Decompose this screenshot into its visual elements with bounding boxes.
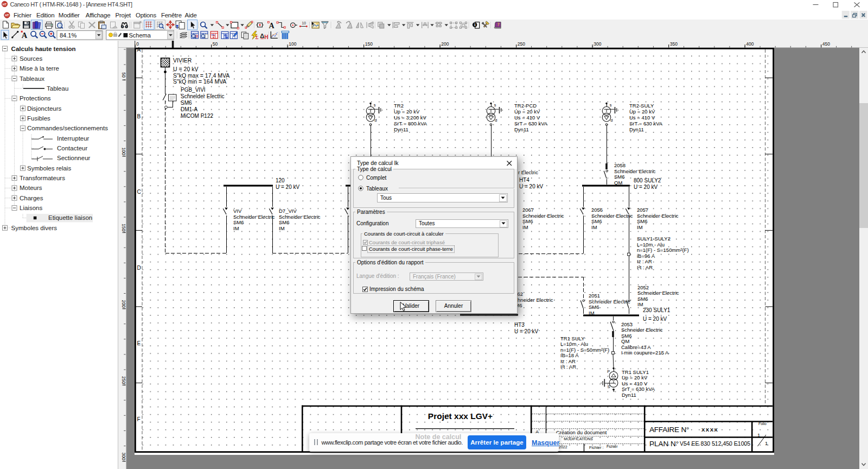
svg-text:TR2-PCD: TR2-PCD bbox=[514, 103, 537, 109]
svg-text:IM: IM bbox=[233, 225, 239, 231]
svg-text:TR1 SULY: TR1 SULY bbox=[560, 335, 585, 341]
svg-text:200: 200 bbox=[121, 300, 126, 308]
svg-text:SM6: SM6 bbox=[591, 218, 602, 224]
svg-text:L=10m - Alu: L=10m - Alu bbox=[560, 341, 588, 347]
svg-text:2056: 2056 bbox=[591, 207, 603, 213]
svg-text:TR1 SULY1: TR1 SULY1 bbox=[622, 369, 649, 375]
svg-text:150: 150 bbox=[121, 224, 126, 231]
svg-text:HT3: HT3 bbox=[514, 322, 525, 328]
svg-text:SM6: SM6 bbox=[614, 174, 625, 180]
svg-text:n=1(F) - S=50mm²(F): n=1(F) - S=50mm²(F) bbox=[560, 347, 609, 353]
svg-text:Schneider Electric: Schneider Electric bbox=[589, 299, 630, 305]
svg-text:VIV: VIV bbox=[233, 208, 242, 214]
svg-text:VIVIER: VIVIER bbox=[173, 57, 192, 64]
svg-text:PGB_VIVI: PGB_VIVI bbox=[181, 87, 206, 93]
svg-text:SULY1-SULY2: SULY1-SULY2 bbox=[637, 236, 671, 242]
svg-text:2052: 2052 bbox=[637, 284, 649, 290]
svg-text:230 SULY1: 230 SULY1 bbox=[643, 307, 671, 313]
svg-text:2051: 2051 bbox=[589, 293, 600, 299]
svg-text:SrT = 630 kVA: SrT = 630 kVA bbox=[629, 121, 663, 126]
svg-text:A: A bbox=[137, 47, 141, 53]
svg-text:r Electric: r Electric bbox=[518, 169, 538, 175]
svg-text:Schneider Electric: Schneider Electric bbox=[181, 93, 225, 99]
svg-text:Fichier :: Fichier : bbox=[589, 445, 604, 450]
svg-text:Us = 3,200 kV: Us = 3,200 kV bbox=[394, 115, 427, 121]
svg-text:AFFAIRE N°: AFFAIRE N° bbox=[649, 426, 689, 434]
svg-text:Fichier: Fichier bbox=[607, 445, 618, 448]
svg-text:Schneider Electric: Schneider Electric bbox=[591, 213, 633, 219]
svg-text:DM1-A: DM1-A bbox=[181, 106, 197, 112]
svg-text:U = 20 kV: U = 20 kV bbox=[634, 184, 658, 190]
svg-text:n=1(F) - S=150mm²(F): n=1(F) - S=150mm²(F) bbox=[637, 247, 689, 253]
svg-text:Us = 410 V: Us = 410 V bbox=[629, 115, 655, 121]
svg-text:250: 250 bbox=[121, 376, 126, 384]
svg-text:d: d bbox=[495, 118, 497, 123]
svg-text:Création du document: Création du document bbox=[556, 429, 607, 435]
svg-text:TR2-SULY: TR2-SULY bbox=[629, 103, 654, 109]
svg-text:E: E bbox=[137, 340, 141, 346]
svg-text:450: 450 bbox=[822, 41, 830, 47]
svg-text:300: 300 bbox=[121, 453, 126, 460]
svg-text:D7_VIV: D7_VIV bbox=[279, 208, 297, 214]
svg-text:Schneider Electric: Schneider Electric bbox=[233, 214, 275, 220]
svg-text:Dyn11: Dyn11 bbox=[394, 126, 409, 132]
svg-text:Dyn11: Dyn11 bbox=[622, 392, 636, 398]
svg-text:d: d bbox=[374, 118, 376, 123]
svg-text:800 SULY2: 800 SULY2 bbox=[634, 178, 661, 183]
svg-text:SM6: SM6 bbox=[621, 333, 632, 339]
svg-text:SM6: SM6 bbox=[181, 100, 192, 106]
svg-text:Projet xxx LGV+: Projet xxx LGV+ bbox=[428, 411, 493, 421]
svg-text:2022: 2022 bbox=[559, 445, 567, 449]
svg-text:250: 250 bbox=[518, 41, 525, 47]
svg-text:IB=18 A: IB=18 A bbox=[560, 352, 579, 358]
svg-text:SM6: SM6 bbox=[589, 304, 599, 310]
svg-text:SM6: SM6 bbox=[233, 219, 244, 225]
svg-text:IM: IM bbox=[591, 224, 597, 230]
svg-text:iB=96 A: iB=96 A bbox=[637, 253, 655, 259]
svg-text:2058: 2058 bbox=[614, 162, 626, 168]
svg-text:U = 20 kV: U = 20 kV bbox=[643, 316, 667, 322]
svg-text:s: s bbox=[494, 103, 496, 107]
svg-text:50: 50 bbox=[121, 72, 126, 78]
svg-text:Up = 20 kV: Up = 20 kV bbox=[514, 109, 540, 115]
svg-text:0: 0 bbox=[136, 41, 139, 47]
svg-text:Iz : AR: Iz : AR bbox=[637, 258, 652, 264]
svg-text:I²t : AR: I²t : AR bbox=[560, 364, 576, 370]
svg-text:Schneider Electric: Schneider Electric bbox=[614, 168, 656, 174]
svg-text:Schneider Electric: Schneider Electric bbox=[512, 297, 553, 303]
svg-text:Us = 410 V: Us = 410 V bbox=[514, 115, 540, 121]
svg-text:U = 20 kV: U = 20 kV bbox=[276, 184, 300, 190]
svg-text:50: 50 bbox=[213, 41, 218, 47]
svg-text:U = 20 kV: U = 20 kV bbox=[514, 328, 539, 334]
svg-text:SM6: SM6 bbox=[637, 218, 648, 224]
svg-text:s: s bbox=[374, 103, 376, 107]
svg-text:Schneider Electric: Schneider Electric bbox=[637, 290, 679, 296]
svg-text:V54 EE 830 512,450 E1005: V54 EE 830 512,450 E1005 bbox=[680, 440, 750, 447]
svg-text:Us = 410 V: Us = 410 V bbox=[622, 381, 648, 386]
svg-text:IM: IM bbox=[637, 224, 643, 230]
svg-text:SM6: SM6 bbox=[637, 296, 648, 302]
svg-text:S: S bbox=[608, 384, 610, 389]
svg-text:D: D bbox=[137, 265, 141, 271]
svg-text:Schneider Electric: Schneider Electric bbox=[279, 214, 321, 220]
svg-text:s: s bbox=[610, 103, 612, 107]
svg-text:SrT = 630 kVA: SrT = 630 kVA bbox=[622, 386, 655, 392]
svg-text:P: P bbox=[607, 369, 610, 374]
svg-text:Dyn11: Dyn11 bbox=[514, 126, 529, 132]
svg-text:300: 300 bbox=[593, 41, 601, 47]
svg-text:IM: IM bbox=[279, 225, 285, 231]
svg-text:QM: QM bbox=[621, 338, 629, 344]
svg-text:U = 20 kV: U = 20 kV bbox=[173, 66, 198, 72]
svg-text:L=10m - Alu: L=10m - Alu bbox=[637, 242, 665, 248]
svg-text:100: 100 bbox=[121, 148, 126, 155]
svg-text:I²t : AR: I²t : AR bbox=[637, 264, 653, 270]
svg-text:I min coupure=215 A: I min coupure=215 A bbox=[621, 350, 669, 356]
svg-text:S"kQ max = 17,4 MVA: S"kQ max = 17,4 MVA bbox=[173, 72, 229, 79]
svg-text:SM6: SM6 bbox=[279, 219, 290, 225]
svg-text:Folio: Folio bbox=[758, 422, 767, 426]
svg-text:2067: 2067 bbox=[522, 207, 534, 213]
svg-text:350: 350 bbox=[670, 41, 678, 47]
svg-text:Iz : AR: Iz : AR bbox=[560, 358, 576, 364]
svg-text:Up = 20 kV: Up = 20 kV bbox=[394, 109, 420, 115]
svg-text:B: B bbox=[137, 113, 141, 119]
